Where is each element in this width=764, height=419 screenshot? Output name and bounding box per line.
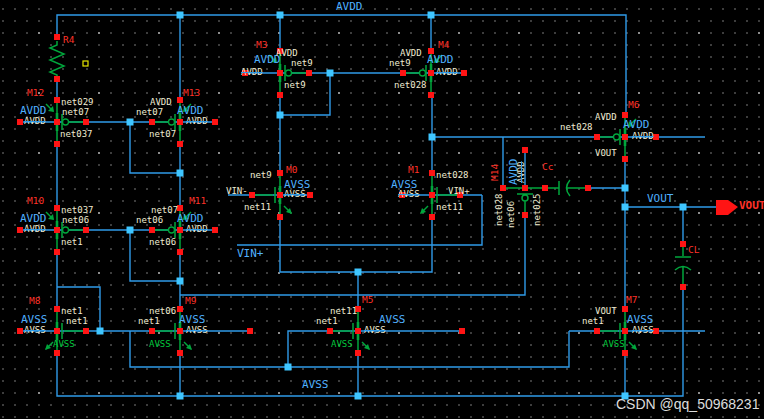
label-avss-m9[interactable]: AVSS [179, 314, 206, 325]
label-avdd-m6[interactable]: AVDD [623, 119, 650, 130]
label-avdd-top-rail[interactable]: AVDD [336, 1, 363, 12]
label-m7[interactable]: M7 [626, 295, 637, 305]
m5-bulk-label[interactable]: AVSS [364, 326, 386, 335]
m0-top-label[interactable]: net9 [250, 171, 272, 180]
label-avdd-m11[interactable]: AVDD [177, 213, 204, 224]
wire-junction-node [355, 393, 362, 400]
m13-bulk-label[interactable]: AVDD [186, 117, 208, 126]
m3-gate-label[interactable]: net9 [291, 59, 313, 68]
m10-top-label[interactable]: net037 [61, 206, 94, 215]
label-m8[interactable]: M8 [29, 296, 40, 306]
m12-bottom-label[interactable]: net037 [60, 130, 93, 139]
label-m3[interactable]: M3 [256, 40, 267, 50]
m0-bulk-label[interactable]: AVSS [284, 190, 306, 199]
m10-bottom-label[interactable]: net1 [61, 238, 83, 247]
m8-source-label[interactable]: AVSS [53, 340, 75, 349]
label-m12[interactable]: M12 [27, 88, 44, 98]
m11-gate-label[interactable]: net06 [136, 216, 163, 225]
wire-segment[interactable] [57, 15, 626, 115]
label-vout-wire[interactable]: VOUT [647, 193, 674, 204]
label-cl[interactable]: CL [688, 245, 699, 255]
m12-top-label[interactable]: net029 [61, 98, 94, 107]
m6-bottom-label[interactable]: VOUT [595, 149, 617, 158]
m6-top-label[interactable]: AVDD [595, 113, 617, 122]
m12-bulk-label[interactable]: AVDD [24, 117, 46, 126]
m3-bottom-label[interactable]: net9 [284, 81, 306, 90]
m0-gate-label[interactable]: VIN- [226, 187, 248, 196]
label-avss-m8[interactable]: AVSS [21, 314, 48, 325]
label-m0[interactable]: M0 [286, 165, 297, 175]
label-m14[interactable]: M14 [490, 164, 500, 181]
m1-gate-label[interactable]: VIN+ [448, 187, 470, 196]
m13-bottom-label[interactable]: net07 [149, 130, 176, 139]
m5-source-label[interactable]: AVSS [331, 340, 353, 349]
m6-gate-label[interactable]: net028 [560, 123, 593, 132]
label-m9[interactable]: M9 [185, 296, 196, 306]
schematic-canvas[interactable]: AVDDAVDDAVDDAVDDAVDDAVSSAVSSAVDDAVDDAVSS… [0, 0, 764, 419]
wire-junction-node [680, 204, 687, 211]
m13-gate-label[interactable]: net07 [136, 108, 163, 117]
m14-left-label[interactable]: net028 [495, 193, 504, 226]
m9-source-label[interactable]: AVSS [149, 340, 171, 349]
m1-top-label[interactable]: net028 [436, 171, 469, 180]
m6-bulk-label[interactable]: AVDD [632, 132, 654, 141]
m4-bulk-label[interactable]: AVDD [436, 68, 458, 77]
label-avdd-m4[interactable]: AVDD [427, 54, 454, 65]
device-symbol-path[interactable] [50, 41, 64, 79]
m14-bulk-label[interactable]: AVDD [517, 161, 526, 183]
m11-top-label[interactable]: net07 [151, 206, 178, 215]
label-avdd-m10[interactable]: AVDD [20, 213, 47, 224]
wire-segment[interactable] [180, 215, 525, 295]
label-m10[interactable]: M10 [27, 196, 44, 206]
label-avdd-m12[interactable]: AVDD [20, 105, 47, 116]
m4-top-label[interactable]: AVDD [400, 49, 422, 58]
label-m11[interactable]: M11 [189, 196, 206, 206]
m11-bottom-label[interactable]: net06 [149, 238, 176, 247]
wire-segment[interactable] [288, 331, 330, 367]
m8-gate-label[interactable]: net1 [66, 317, 88, 326]
m1-bulk-label[interactable]: AVSS [398, 190, 420, 199]
m3-top-label[interactable]: AVDD [276, 49, 298, 58]
label-avss-bottom-rail[interactable]: AVSS [302, 379, 329, 390]
label-cc[interactable]: Cc [542, 162, 553, 172]
m0-bottom-label[interactable]: net11 [244, 203, 271, 212]
device-symbol-path[interactable] [548, 180, 585, 196]
m7-top-label[interactable]: VOUT [595, 307, 617, 316]
m4-gate-label[interactable]: net9 [389, 59, 411, 68]
label-m13[interactable]: M13 [183, 88, 200, 98]
pin-square-m13 [177, 119, 183, 125]
vout-output-port-label[interactable]: VOUT [739, 200, 764, 211]
m11-bulk-label[interactable]: AVDD [186, 225, 208, 234]
m10-bulk-label[interactable]: AVDD [24, 225, 46, 234]
m7-bulk-label[interactable]: AVSS [632, 326, 654, 335]
m3-bulk-label[interactable]: AVDD [241, 68, 263, 77]
label-m5[interactable]: M5 [362, 295, 373, 305]
m5-top-label[interactable]: net11 [330, 307, 357, 316]
m7-gate-label[interactable]: net1 [582, 317, 604, 326]
m14-right-label[interactable]: net025 [533, 193, 542, 226]
m10-gate-label[interactable]: net06 [62, 216, 89, 225]
m8-top-label[interactable]: net1 [61, 307, 83, 316]
m9-bulk-label[interactable]: AVSS [186, 326, 208, 335]
m5-gate-label[interactable]: net1 [316, 317, 338, 326]
m1-bottom-label[interactable]: net11 [436, 203, 463, 212]
wire-segment[interactable] [130, 331, 569, 367]
label-m4[interactable]: M4 [438, 40, 449, 50]
m12-gate-label[interactable]: net07 [62, 108, 89, 117]
m13-top-label[interactable]: AVDD [150, 98, 172, 107]
m9-gate-label[interactable]: net1 [138, 317, 160, 326]
pin-square-m11 [177, 249, 183, 255]
label-avss-m7[interactable]: AVSS [627, 314, 654, 325]
m4-bottom-label[interactable]: net028 [394, 81, 427, 90]
label-avdd-m13[interactable]: AVDD [177, 105, 204, 116]
m14-gate-label[interactable]: net06 [507, 201, 516, 228]
m9-top-label[interactable]: net06 [149, 307, 176, 316]
label-m6[interactable]: M6 [628, 100, 639, 110]
label-m1[interactable]: M1 [408, 165, 419, 175]
vout-output-pin-arrow[interactable] [716, 200, 738, 215]
label-avss-m5[interactable]: AVSS [379, 314, 406, 325]
label-r4[interactable]: R4 [63, 35, 74, 45]
label-vin-plus-wire[interactable]: VIN+ [237, 248, 264, 259]
m8-bulk-label[interactable]: AVSS [24, 326, 46, 335]
m7-source-label[interactable]: AVSS [603, 340, 625, 349]
